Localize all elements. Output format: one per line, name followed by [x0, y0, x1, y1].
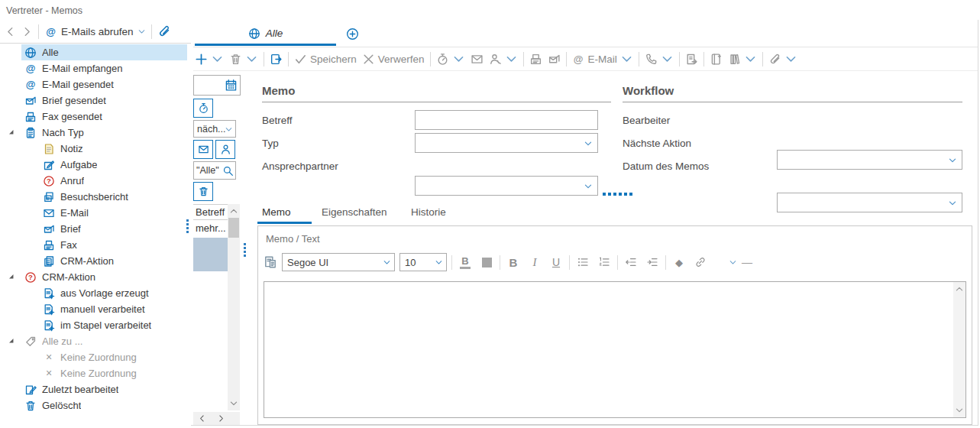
sidebar-item-nach-typ[interactable]: Nach Typ — [21, 125, 187, 141]
expander-icon[interactable] — [6, 336, 17, 346]
highlight-color-button[interactable] — [478, 253, 495, 271]
tab-historie[interactable]: Historie — [411, 206, 446, 218]
expander-icon[interactable] — [6, 271, 17, 282]
reminder-button[interactable] — [436, 53, 465, 66]
list-item-selected[interactable] — [193, 238, 228, 271]
call-contact-button[interactable] — [489, 53, 518, 66]
splitter-handle[interactable] — [244, 243, 246, 257]
send-mail-button[interactable] — [471, 53, 484, 66]
phone-button[interactable] — [645, 53, 674, 66]
expander-icon[interactable] — [6, 127, 17, 138]
vertical-scrollbar[interactable] — [953, 282, 965, 417]
reminder-filter-button[interactable] — [193, 99, 213, 118]
sidebar-item-notiz[interactable]: Notiz — [21, 141, 187, 157]
save-button[interactable]: Speichern — [294, 53, 357, 66]
fax-button[interactable] — [529, 53, 542, 66]
underline-button[interactable]: U — [548, 253, 564, 271]
fetch-mail-button[interactable]: @ E-Mails abrufen — [44, 25, 146, 38]
horizontal-scrollbar[interactable] — [193, 412, 240, 425]
scroll-left-icon[interactable] — [198, 414, 206, 423]
report-export-button[interactable] — [685, 53, 698, 66]
sidebar-item-anruf[interactable]: ?Anruf — [21, 173, 187, 189]
search-input[interactable]: "Alle" — [193, 161, 236, 180]
next-action-dropdown[interactable]: näch... — [193, 120, 236, 138]
trash-filter-button[interactable] — [193, 182, 213, 201]
paperclip-icon[interactable] — [157, 24, 171, 38]
sidebar-item-crm-aktion[interactable]: CRM-Aktion — [21, 253, 187, 269]
tab-memo[interactable]: Memo — [262, 206, 291, 218]
betreff-input[interactable] — [415, 110, 598, 130]
sidebar-item-brief-gesendet[interactable]: Brief gesendet — [21, 92, 187, 109]
address-add-button[interactable] — [710, 53, 723, 66]
sidebar-item-im-stapel-verarbeitet[interactable]: im Stapel verarbeitet — [21, 317, 187, 333]
font-family-select[interactable]: Segoe UI — [282, 253, 395, 271]
sidebar-item-e-mail-gesendet[interactable]: @E-Mail gesendet — [21, 76, 187, 92]
naechste-aktion-dropdown[interactable] — [777, 193, 962, 212]
sidebar-item-alle[interactable]: Alle — [21, 44, 187, 60]
scrollbar-thumb[interactable] — [228, 218, 239, 238]
tab-eigenschaften[interactable]: Eigenschaften — [322, 206, 387, 218]
bearbeiter-dropdown[interactable] — [777, 150, 962, 170]
transfer-button[interactable] — [270, 53, 283, 66]
symbol-button[interactable]: ◆ — [671, 253, 687, 271]
envelope-icon — [198, 144, 209, 155]
delete-button[interactable] — [229, 53, 258, 66]
sidebar-item-manuell-verarbeitet[interactable]: manuell verarbeitet — [21, 301, 187, 317]
column-header-betreff[interactable]: Betreff — [193, 204, 228, 220]
address-book-button[interactable] — [728, 53, 757, 66]
scroll-up-icon[interactable] — [955, 284, 964, 293]
tab-alle[interactable]: Alle — [195, 23, 336, 46]
forward-icon[interactable] — [21, 26, 33, 37]
attachment-button[interactable] — [768, 53, 797, 66]
bullet-list-button[interactable] — [574, 253, 591, 271]
sidebar-item-fax-gesendet[interactable]: Fax gesendet — [21, 109, 187, 125]
numbered-list-button[interactable] — [596, 253, 613, 271]
memo-text-area[interactable] — [264, 281, 966, 418]
sidebar-item-aufgabe[interactable]: Aufgabe — [21, 157, 187, 173]
text-module-icon[interactable] — [264, 255, 277, 269]
sidebar-item-aus-vorlage-erzeugt[interactable]: aus Vorlage erzeugt — [21, 285, 187, 301]
letter-button[interactable] — [548, 53, 561, 66]
link-button[interactable] — [692, 253, 709, 271]
splitter-handle[interactable] — [186, 219, 189, 233]
typ-dropdown[interactable] — [415, 133, 598, 153]
splitter-handle[interactable] — [603, 193, 632, 196]
scroll-down-icon[interactable] — [229, 399, 238, 408]
list-item[interactable]: mehr... — [193, 221, 228, 237]
back-icon[interactable] — [5, 26, 16, 37]
font-size-select[interactable]: 10 — [399, 253, 447, 271]
svg-text:?: ? — [28, 273, 33, 281]
collapse-toolbar-handle[interactable]: — — [742, 256, 752, 268]
date-filter-field[interactable] — [193, 75, 241, 96]
outdent-button[interactable] — [623, 253, 639, 271]
scroll-up-icon[interactable] — [229, 206, 238, 216]
sidebar-item-brief[interactable]: Brief — [21, 221, 187, 237]
sidebar-item-keine-zuordnung[interactable]: ×Keine Zuordnung — [21, 349, 187, 365]
vertical-scrollbar[interactable] — [228, 204, 240, 410]
sidebar-item-geloscht[interactable]: Gelöscht — [21, 397, 187, 413]
sidebar-item-e-mail[interactable]: E-Mail — [21, 205, 187, 221]
discard-button[interactable]: Verwerfen — [362, 53, 425, 66]
mail-filter-button[interactable] — [193, 140, 213, 159]
contact-filter-button[interactable] — [215, 140, 235, 159]
indent-button[interactable] — [644, 253, 661, 271]
scroll-down-icon[interactable] — [955, 406, 964, 415]
italic-button[interactable]: I — [526, 253, 543, 271]
font-color-button[interactable]: B — [457, 253, 474, 271]
email-button[interactable]: @ E-Mail — [572, 53, 633, 66]
bold-button[interactable]: B — [505, 253, 522, 271]
sidebar-item-crm-aktion[interactable]: ?CRM-Aktion — [21, 269, 187, 285]
sidebar-item-keine-zuordnung[interactable]: ×Keine Zuordnung — [21, 365, 187, 381]
new-record-button[interactable] — [195, 53, 224, 66]
sidebar-item-e-mail-empfangen[interactable]: @E-Mail empfangen — [21, 60, 187, 76]
sidebar-item-fax[interactable]: Fax — [21, 237, 187, 253]
search-icon[interactable] — [222, 165, 234, 177]
calendar-icon[interactable] — [225, 79, 238, 92]
sidebar-item-besuchsbericht[interactable]: Besuchsbericht — [21, 189, 187, 205]
chevron-down-icon[interactable] — [729, 258, 737, 267]
ansprechpartner-dropdown[interactable] — [415, 176, 598, 196]
sidebar-item-zuletzt-bearbeitet[interactable]: Zuletzt bearbeitet — [21, 381, 187, 397]
scroll-right-icon[interactable] — [217, 414, 225, 423]
sidebar-item-alle-zu[interactable]: Alle zu ... — [21, 333, 187, 349]
new-tab-button[interactable] — [346, 28, 359, 41]
